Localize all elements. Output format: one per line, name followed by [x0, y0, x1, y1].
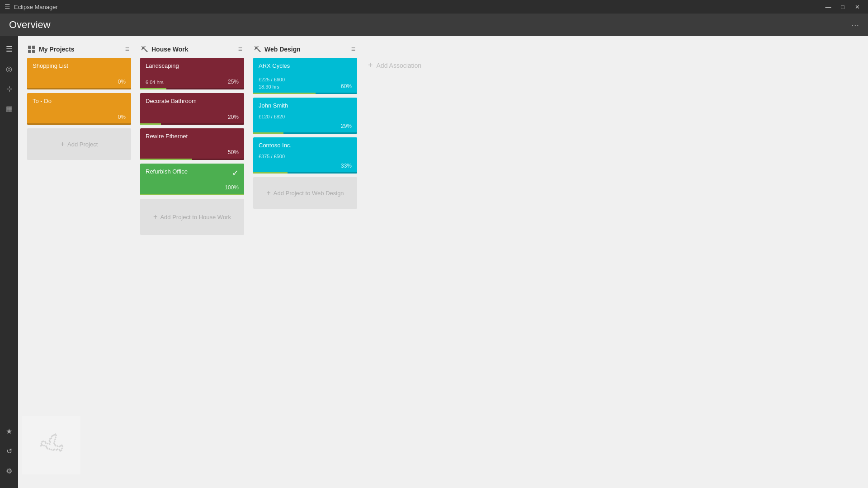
- card-percent-shopping-list: 0%: [118, 79, 126, 85]
- sidebar-icon-chart[interactable]: ▦: [1, 100, 17, 117]
- add-association-plus-icon: +: [368, 61, 373, 70]
- card-progress-bar-contoso-inc: [253, 172, 288, 174]
- card-percent-to-do: 0%: [118, 114, 126, 120]
- column-house-work: ⛏ House Work ≡ Landscaping 6.04 hrs 25%: [140, 45, 244, 239]
- column-label-web-design: Web Design: [264, 46, 301, 53]
- card-progress-bar-arx-cycles: [253, 93, 316, 94]
- add-association-button[interactable]: + Add Association: [366, 58, 423, 73]
- add-project-house-work-plus-icon: +: [153, 213, 157, 221]
- card-budget-arx-cycles: £225 / £600: [259, 77, 352, 82]
- column-menu-web-design[interactable]: ≡: [351, 45, 356, 53]
- card-hours-arx-cycles: 18.30 hrs: [259, 84, 279, 89]
- column-header-house-work: ⛏ House Work ≡: [140, 45, 244, 53]
- card-title-john-smith: John Smith: [259, 102, 352, 109]
- card-percent-rewire-ethernet: 50%: [228, 149, 239, 155]
- column-menu-house-work[interactable]: ≡: [238, 45, 243, 53]
- card-arx-cycles[interactable]: ARX Cycles £225 / £600 18.30 hrs 60%: [253, 58, 357, 94]
- columns-container: My Projects ≡ Shopping List 0% To: [27, 45, 859, 239]
- column-icon-web-design: ⛏: [254, 46, 261, 53]
- card-progress-bar-john-smith: [253, 132, 283, 134]
- card-progress-bar-landscaping: [140, 88, 166, 89]
- add-association-label: Add Association: [377, 62, 422, 69]
- card-decorate-bathroom[interactable]: Decorate Bathroom 20%: [140, 93, 244, 125]
- card-shopping-list[interactable]: Shopping List 0%: [27, 58, 131, 89]
- add-project-house-work[interactable]: + Add Project to House Work: [140, 199, 244, 235]
- header-more-icon[interactable]: ···: [851, 20, 859, 30]
- card-progress-bg-decorate-bathroom: [140, 123, 244, 125]
- minimize-button[interactable]: ―: [822, 2, 835, 12]
- column-header-my-projects: My Projects ≡: [27, 45, 131, 53]
- card-progress-bg-john-smith: [253, 132, 357, 134]
- card-to-do[interactable]: To - Do 0%: [27, 93, 131, 125]
- card-title-landscaping: Landscaping: [146, 62, 239, 69]
- card-percent-arx-cycles: 60%: [341, 83, 352, 89]
- sidebar: ☰ ◎ ⊹ ▦ ★ ↺ ⚙: [0, 36, 18, 488]
- maximize-button[interactable]: □: [836, 2, 849, 12]
- add-project-web-design-plus-icon: +: [266, 189, 270, 197]
- add-project-plus-icon: +: [61, 140, 65, 148]
- column-label-my-projects: My Projects: [39, 46, 75, 53]
- column-icon-house-work: ⛏: [141, 46, 148, 53]
- card-progress-bg-contoso-inc: [253, 172, 357, 174]
- card-percent-john-smith: 29%: [341, 123, 352, 129]
- column-title-house-work: ⛏ House Work: [141, 46, 188, 53]
- add-project-web-design-label: Add Project to Web Design: [274, 190, 344, 197]
- main-content: My Projects ≡ Shopping List 0% To: [18, 36, 868, 488]
- close-button[interactable]: ✕: [851, 2, 863, 12]
- card-percent-decorate-bathroom: 20%: [228, 114, 239, 120]
- card-john-smith[interactable]: John Smith £120 / £820 29%: [253, 98, 357, 134]
- add-project-my-projects[interactable]: + Add Project: [27, 128, 131, 160]
- card-title-shopping-list: Shopping List: [33, 62, 126, 69]
- sidebar-icon-gear[interactable]: ⚙: [1, 463, 17, 479]
- column-title-my-projects: My Projects: [28, 46, 75, 53]
- column-title-web-design: ⛏ Web Design: [254, 46, 301, 53]
- card-percent-contoso-inc: 33%: [341, 163, 352, 169]
- card-title-arx-cycles: ARX Cycles: [259, 62, 352, 69]
- card-progress-bg-arx-cycles: [253, 93, 357, 94]
- sidebar-icon-pin[interactable]: ⊹: [1, 80, 17, 97]
- page-title: Overview: [9, 19, 51, 31]
- card-title-contoso-inc: Contoso Inc.: [259, 142, 352, 149]
- card-progress-bg-shopping-list: [27, 88, 131, 89]
- add-project-label: Add Project: [67, 141, 98, 148]
- card-title-decorate-bathroom: Decorate Bathroom: [146, 98, 239, 104]
- app-title: Eclipse Manager: [14, 4, 58, 10]
- sidebar-icon-refresh[interactable]: ↺: [1, 443, 17, 459]
- card-refurbish-office[interactable]: Refurbish Office ✓ 100%: [140, 164, 244, 195]
- column-header-web-design: ⛏ Web Design ≡: [253, 45, 357, 53]
- card-budget-contoso-inc: £375 / £500: [259, 154, 352, 159]
- card-percent-refurbish-office: 100%: [225, 184, 239, 191]
- card-hours-landscaping: 6.04 hrs: [146, 80, 164, 85]
- card-landscaping[interactable]: Landscaping 6.04 hrs 25%: [140, 58, 244, 89]
- column-icon-my-projects: [28, 46, 35, 53]
- titlebar: ☰ Eclipse Manager ― □ ✕: [0, 0, 868, 14]
- card-progress-bar-refurbish-office: [140, 194, 244, 195]
- card-title-rewire-ethernet: Rewire Ethernet: [146, 133, 239, 140]
- sidebar-icon-star[interactable]: ★: [1, 423, 17, 439]
- card-percent-landscaping: 25%: [228, 79, 239, 85]
- card-progress-bg-to-do: [27, 123, 131, 125]
- card-budget-john-smith: £120 / £820: [259, 114, 352, 119]
- card-title-to-do: To - Do: [33, 98, 126, 104]
- card-contoso-inc[interactable]: Contoso Inc. £375 / £500 33%: [253, 137, 357, 174]
- card-progress-bar-rewire-ethernet: [140, 159, 192, 160]
- add-project-web-design[interactable]: + Add Project to Web Design: [253, 177, 357, 209]
- app-header: Overview ···: [0, 14, 868, 36]
- column-web-design: ⛏ Web Design ≡ ARX Cycles £225 / £600 18…: [253, 45, 357, 212]
- column-label-house-work: House Work: [151, 46, 188, 53]
- card-rewire-ethernet[interactable]: Rewire Ethernet 50%: [140, 128, 244, 160]
- card-check-refurbish-office: ✓: [232, 168, 239, 178]
- sidebar-icon-hamburger[interactable]: ☰: [1, 41, 17, 57]
- sidebar-icon-target[interactable]: ◎: [1, 61, 17, 77]
- card-progress-bg-landscaping: [140, 88, 244, 89]
- card-progress-bg-refurbish-office: [140, 194, 244, 195]
- column-my-projects: My Projects ≡ Shopping List 0% To: [27, 45, 131, 164]
- card-progress-bar-decorate-bathroom: [140, 123, 161, 125]
- card-progress-bg-rewire-ethernet: [140, 159, 244, 160]
- hamburger-icon[interactable]: ☰: [5, 3, 10, 10]
- add-project-house-work-label: Add Project to House Work: [160, 214, 231, 221]
- card-title-refurbish-office: Refurbish Office: [146, 168, 239, 175]
- column-menu-my-projects[interactable]: ≡: [125, 45, 130, 53]
